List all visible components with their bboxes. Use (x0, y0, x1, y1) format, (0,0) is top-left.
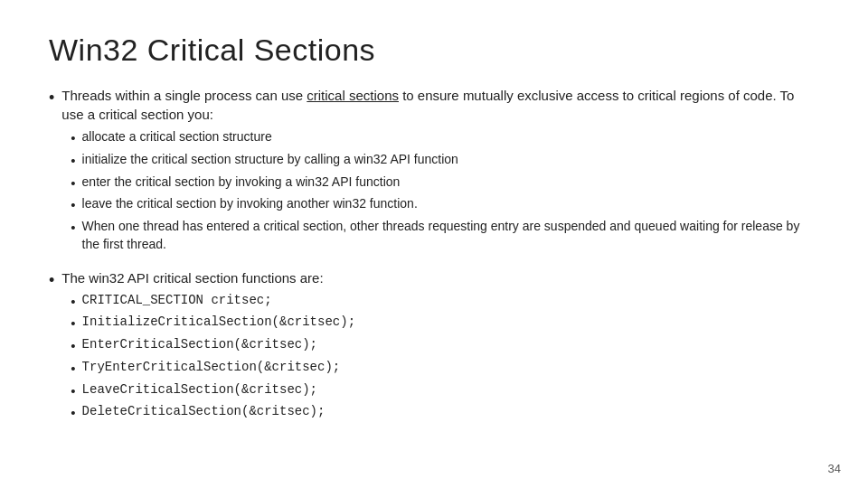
code-bullet-4: • TryEnterCriticalSection(&critsec); (71, 358, 819, 379)
bullet-2-label: The win32 API critical section functions… (61, 270, 323, 286)
code-bullet-5: • LeaveCriticalSection(&critsec); (71, 380, 819, 401)
code-text-1: CRITICAL_SECTION critsec; (82, 291, 272, 309)
bullet-dot-1: • (49, 87, 54, 109)
bullet-dot-2: • (49, 269, 54, 292)
code-dot-5: • (71, 381, 75, 401)
code-text-6: DeleteCriticalSection(&critsec); (82, 402, 326, 420)
sub-bullet-1-4: • leave the critical section by invoking… (71, 194, 819, 215)
sub-bullets-1: • allocate a critical section structure … (71, 127, 819, 254)
sub-text-1-1: allocate a critical section structure (82, 127, 819, 145)
sub-text-1-5: When one thread has entered a critical s… (82, 217, 819, 254)
sub-bullet-1-5: • When one thread has entered a critical… (71, 217, 819, 254)
code-dot-6: • (71, 403, 75, 423)
main-bullet-2: • The win32 API critical section functio… (49, 268, 819, 426)
code-dot-1: • (71, 292, 75, 312)
code-dot-3: • (71, 336, 75, 356)
bullet-2-text: The win32 API critical section functions… (61, 268, 819, 426)
sub-dot-1-5: • (71, 218, 75, 238)
sub-dot-1-1: • (71, 128, 75, 148)
code-text-4: TryEnterCriticalSection(&critsec); (82, 358, 341, 376)
bullet-1-prefix: Threads within a single process can use (61, 88, 307, 103)
bullet-1-link: critical sections (307, 88, 399, 103)
sub-bullet-1-3: • enter the critical section by invoking… (71, 173, 819, 193)
code-text-3: EnterCriticalSection(&critsec); (82, 335, 317, 353)
slide: Win32 Critical Sections • Threads within… (0, 0, 868, 488)
code-bullet-3: • EnterCriticalSection(&critsec); (71, 335, 819, 356)
code-bullets: • CRITICAL_SECTION critsec; • Initialize… (71, 291, 819, 424)
code-text-2: InitializeCriticalSection(&critsec); (82, 313, 355, 331)
sub-dot-1-4: • (71, 195, 75, 215)
sub-dot-1-2: • (71, 151, 75, 171)
code-bullet-2: • InitializeCriticalSection(&critsec); (71, 313, 819, 333)
sub-dot-1-3: • (71, 174, 75, 193)
slide-title: Win32 Critical Sections (49, 33, 819, 68)
sub-text-1-2: initialize the critical section structur… (82, 150, 819, 168)
main-bullet-1: • Threads within a single process can us… (49, 86, 819, 256)
code-dot-4: • (71, 359, 75, 379)
sub-bullet-1-2: • initialize the critical section struct… (71, 150, 819, 171)
sub-bullet-1-1: • allocate a critical section structure (71, 127, 819, 148)
code-bullet-1: • CRITICAL_SECTION critsec; (71, 291, 819, 312)
bullet-1-text: Threads within a single process can use … (61, 86, 819, 256)
code-dot-2: • (71, 314, 75, 333)
page-number: 34 (828, 462, 841, 475)
sub-text-1-3: enter the critical section by invoking a… (82, 173, 819, 191)
code-text-5: LeaveCriticalSection(&critsec); (82, 380, 317, 399)
code-bullet-6: • DeleteCriticalSection(&critsec); (71, 402, 819, 423)
sub-text-1-4: leave the critical section by invoking a… (82, 194, 819, 212)
